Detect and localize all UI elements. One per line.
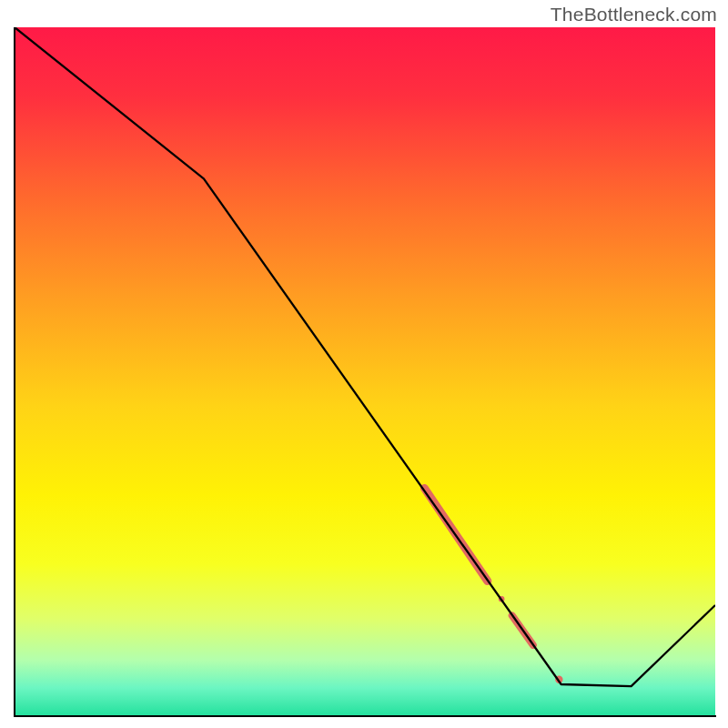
y-axis xyxy=(14,27,15,717)
markers-group xyxy=(424,489,562,683)
bottleneck-curve xyxy=(15,27,715,686)
plot-area xyxy=(15,27,715,715)
line-layer xyxy=(15,27,715,715)
chart-container: TheBottleneck.com xyxy=(0,0,728,728)
watermark-text: TheBottleneck.com xyxy=(551,4,717,25)
x-axis xyxy=(14,715,716,717)
